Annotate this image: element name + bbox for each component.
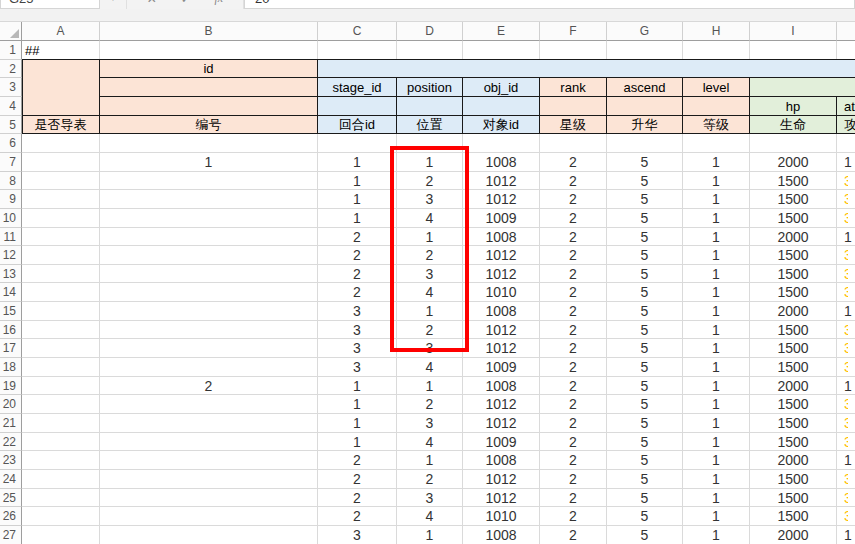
column-header-A[interactable]: A	[22, 22, 100, 41]
row-header-8[interactable]: 8	[0, 172, 22, 190]
cell-E23[interactable]: 1008	[463, 451, 540, 470]
cell-G13[interactable]: 5	[607, 265, 683, 283]
cell-G24[interactable]: 5	[607, 470, 683, 489]
cell-A19[interactable]	[22, 377, 100, 395]
cell-F21[interactable]: 2	[540, 414, 607, 433]
cell-F24[interactable]: 2	[540, 470, 607, 489]
cell-A26[interactable]	[22, 507, 100, 526]
row-header-21[interactable]: 21	[0, 414, 22, 433]
header-cell-D5[interactable]: 位置	[397, 116, 463, 134]
cell-G19[interactable]: 5	[607, 377, 683, 395]
cell-I13[interactable]: 1500	[750, 265, 837, 283]
cell-A11[interactable]	[22, 228, 100, 246]
cell-F23[interactable]: 2	[540, 451, 607, 470]
cell-C10[interactable]: 1	[318, 209, 397, 228]
cell-F27[interactable]: 2	[540, 526, 607, 544]
cell-H23[interactable]: 1	[683, 451, 750, 470]
cell-H9[interactable]: 1	[683, 190, 750, 209]
cell-F22[interactable]: 2	[540, 433, 607, 451]
cell-C25[interactable]: 2	[318, 489, 397, 507]
cell-D23[interactable]: 1	[397, 451, 463, 470]
cell-A7[interactable]	[22, 153, 100, 172]
cell-C12[interactable]: 2	[318, 246, 397, 265]
cell-D20[interactable]: 2	[397, 395, 463, 414]
cell-J27[interactable]: 1	[837, 526, 855, 544]
cell-I16[interactable]: 1500	[750, 321, 837, 339]
cell-B24[interactable]	[100, 470, 318, 489]
cell-H6[interactable]	[683, 134, 750, 153]
cell-J18[interactable]: 3	[837, 358, 855, 377]
cell-B11[interactable]	[100, 228, 318, 246]
cell-G25[interactable]: 5	[607, 489, 683, 507]
cell-E12[interactable]: 1012	[463, 246, 540, 265]
cancel-icon[interactable]: ✕	[147, 0, 157, 6]
cell-G15[interactable]: 5	[607, 302, 683, 321]
row-header-18[interactable]: 18	[0, 358, 22, 377]
cell-E15[interactable]: 1008	[463, 302, 540, 321]
cell-G11[interactable]: 5	[607, 228, 683, 246]
cell-E13[interactable]: 1012	[463, 265, 540, 283]
cell-I1[interactable]	[750, 41, 837, 60]
cell-G16[interactable]: 5	[607, 321, 683, 339]
cell-I10[interactable]: 1500	[750, 209, 837, 228]
cell-I6[interactable]	[750, 134, 837, 153]
cell-H15[interactable]: 1	[683, 302, 750, 321]
cell-B10[interactable]	[100, 209, 318, 228]
cell-A15[interactable]	[22, 302, 100, 321]
row-header-27[interactable]: 27	[0, 526, 22, 544]
row-header-7[interactable]: 7	[0, 153, 22, 172]
cell-F16[interactable]: 2	[540, 321, 607, 339]
cell-H8[interactable]: 1	[683, 172, 750, 190]
cell-C11[interactable]: 2	[318, 228, 397, 246]
cell-E25[interactable]: 1012	[463, 489, 540, 507]
cell-I25[interactable]: 1500	[750, 489, 837, 507]
row-header-23[interactable]: 23	[0, 451, 22, 470]
select-all-corner[interactable]	[0, 22, 22, 41]
cell-F26[interactable]: 2	[540, 507, 607, 526]
cell-H11[interactable]: 1	[683, 228, 750, 246]
cell-C14[interactable]: 2	[318, 283, 397, 302]
insert-function-icon[interactable]: fx	[214, 0, 223, 6]
cell-A8[interactable]	[22, 172, 100, 190]
cell-F17[interactable]: 2	[540, 339, 607, 358]
cell-J21[interactable]: 3	[837, 414, 855, 433]
row-header-13[interactable]: 13	[0, 265, 22, 283]
cell-C17[interactable]: 3	[318, 339, 397, 358]
cell-I12[interactable]: 1500	[750, 246, 837, 265]
cell-J25[interactable]: 3	[837, 489, 855, 507]
cell-D22[interactable]: 4	[397, 433, 463, 451]
cell-B14[interactable]	[100, 283, 318, 302]
header-cell-G5[interactable]: 升华	[607, 116, 683, 134]
row-header-15[interactable]: 15	[0, 302, 22, 321]
cell-I17[interactable]: 1500	[750, 339, 837, 358]
cell-J15[interactable]: 1	[837, 302, 855, 321]
cell-I18[interactable]: 1500	[750, 358, 837, 377]
row-header-6[interactable]: 6	[0, 134, 22, 153]
cell-A22[interactable]	[22, 433, 100, 451]
cell-I27[interactable]: 2000	[750, 526, 837, 544]
cell-C23[interactable]: 2	[318, 451, 397, 470]
header-cell-D4[interactable]	[397, 97, 463, 116]
cell-J6[interactable]	[837, 134, 855, 153]
cell-H13[interactable]: 1	[683, 265, 750, 283]
cell-C26[interactable]: 2	[318, 507, 397, 526]
cell-F14[interactable]: 2	[540, 283, 607, 302]
column-header-C[interactable]: C	[318, 22, 397, 41]
cell-B27[interactable]	[100, 526, 318, 544]
header-cell-C3[interactable]: stage_id	[318, 78, 397, 97]
cell-E16[interactable]: 1012	[463, 321, 540, 339]
cell-A6[interactable]	[22, 134, 100, 153]
cell-I21[interactable]: 1500	[750, 414, 837, 433]
cell-D19[interactable]: 1	[397, 377, 463, 395]
header-cell-B5[interactable]: 编号	[100, 116, 318, 134]
cell-E14[interactable]: 1010	[463, 283, 540, 302]
header-cell-H3[interactable]: level	[683, 78, 750, 97]
header-cell-F4[interactable]	[540, 97, 607, 116]
cell-I23[interactable]: 2000	[750, 451, 837, 470]
cell-G27[interactable]: 5	[607, 526, 683, 544]
enter-icon[interactable]: ✓	[181, 0, 191, 6]
cell-J12[interactable]: 3	[837, 246, 855, 265]
row-header-10[interactable]: 10	[0, 209, 22, 228]
cell-I14[interactable]: 1500	[750, 283, 837, 302]
header-cell-E3[interactable]: obj_id	[463, 78, 540, 97]
